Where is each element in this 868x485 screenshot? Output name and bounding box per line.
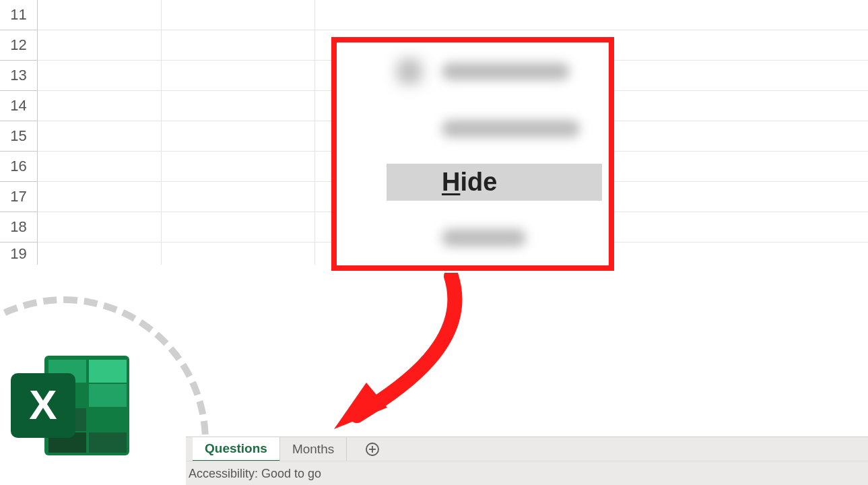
- row-header[interactable]: 12: [0, 30, 38, 61]
- cell[interactable]: [38, 61, 162, 90]
- context-menu-item-hide[interactable]: Hide: [387, 164, 602, 201]
- cell[interactable]: [38, 182, 162, 212]
- sheet-tab-months[interactable]: Months: [280, 437, 347, 461]
- format-cells-icon: [397, 59, 422, 84]
- annotation-arrow: [316, 273, 492, 441]
- sheet-tab-strip: Questions Months: [186, 437, 868, 461]
- svg-rect-4: [89, 384, 127, 407]
- row-header[interactable]: 15: [0, 121, 38, 152]
- row-header[interactable]: 17: [0, 182, 38, 212]
- excel-icon: X: [8, 352, 133, 459]
- row-cells[interactable]: [38, 0, 868, 30]
- sheet-tab-questions[interactable]: Questions: [193, 437, 280, 462]
- svg-rect-6: [89, 408, 127, 431]
- context-menu-item-label: [442, 63, 570, 80]
- cell[interactable]: [162, 212, 315, 242]
- context-menu-item-label: [442, 120, 580, 137]
- accessibility-status: Accessibility: Good to go: [189, 467, 321, 481]
- cell[interactable]: [38, 30, 162, 60]
- cell[interactable]: [38, 121, 162, 151]
- tab-strip-lead: [186, 437, 193, 461]
- cell[interactable]: [162, 61, 315, 90]
- context-menu-item-row-height[interactable]: [387, 110, 602, 147]
- sheet-tab-label: Months: [292, 442, 334, 457]
- cell[interactable]: [162, 243, 315, 265]
- cell[interactable]: [38, 212, 162, 242]
- context-menu-item-label: [442, 229, 526, 247]
- row-header[interactable]: 16: [0, 152, 38, 182]
- status-bar: Accessibility: Good to go: [186, 461, 868, 485]
- cell[interactable]: [38, 243, 162, 265]
- cell[interactable]: [38, 91, 162, 121]
- row-11[interactable]: 11: [0, 0, 868, 30]
- svg-rect-8: [89, 432, 127, 453]
- new-sheet-button[interactable]: [360, 437, 385, 461]
- sheet-tab-label: Questions: [205, 441, 267, 456]
- cell[interactable]: [162, 0, 315, 30]
- cell[interactable]: [162, 121, 315, 151]
- row-header[interactable]: 18: [0, 212, 38, 243]
- cell[interactable]: [38, 0, 162, 30]
- tab-strip-rest: [385, 437, 868, 461]
- svg-rect-2: [89, 360, 127, 383]
- cell[interactable]: [162, 182, 315, 212]
- tab-strip-gap: [347, 437, 360, 461]
- cell[interactable]: [38, 152, 162, 181]
- context-menu: Hide: [331, 37, 614, 271]
- context-menu-item-label: Hide: [442, 168, 497, 197]
- row-header[interactable]: 19: [0, 243, 38, 265]
- cell[interactable]: [162, 30, 315, 60]
- cell[interactable]: [162, 152, 315, 181]
- plus-circle-icon: [365, 442, 380, 457]
- row-header[interactable]: 14: [0, 91, 38, 121]
- row-header[interactable]: 13: [0, 61, 38, 91]
- context-menu-item-unhide[interactable]: [387, 219, 602, 256]
- row-header[interactable]: 11: [0, 0, 38, 30]
- cell[interactable]: [315, 0, 868, 30]
- context-menu-item-format-cells[interactable]: [387, 53, 602, 90]
- excel-icon-letter: X: [29, 381, 57, 428]
- cell[interactable]: [162, 91, 315, 121]
